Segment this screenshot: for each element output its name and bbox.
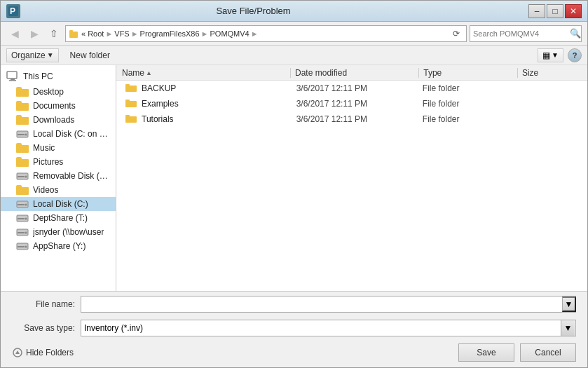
col-header-name[interactable]: Name ▲: [119, 68, 289, 78]
content-area: This PC Desktop Documents Downloads: [1, 65, 587, 291]
sidebar-item-deptshare[interactable]: DeptShare (T:): [1, 211, 116, 225]
svg-rect-26: [125, 84, 130, 87]
back-button[interactable]: ◀: [6, 26, 23, 41]
svg-rect-23: [18, 246, 25, 247]
drive-ssl-icon: [16, 129, 29, 139]
organize-chevron-icon: ▼: [47, 51, 54, 59]
addr-part-pomqmv4: POMQMV4: [210, 29, 249, 38]
svg-rect-11: [18, 176, 25, 177]
svg-point-12: [25, 176, 27, 178]
dialog-title: Save File/Problem: [20, 6, 486, 16]
table-row[interactable]: Tutorials 3/6/2017 12:11 PM File folder: [116, 111, 587, 127]
sidebar-item-appshare[interactable]: AppShare (Y:): [1, 239, 116, 253]
forward-button[interactable]: ▶: [26, 26, 43, 41]
search-input[interactable]: [473, 29, 570, 38]
sidebar-item-local-disk-c[interactable]: Local Disk (C:): [1, 197, 116, 211]
svg-rect-20: [18, 232, 25, 233]
sidebar-item-removable-disk[interactable]: Removable Disk (E: d: [1, 169, 116, 183]
title-bar-left: P: [6, 4, 20, 18]
file-name-examples: Examples: [122, 98, 294, 110]
hide-folders-icon: [12, 347, 23, 358]
save-button[interactable]: Save: [458, 343, 514, 362]
sidebar-item-local-disk-ssl[interactable]: Local Disk (C: on SSL: [1, 127, 116, 141]
sidebar-item-jsnyder-label: jsnyder (\\bow\user: [33, 227, 104, 237]
file-type-examples: File folder: [420, 99, 516, 109]
title-bar: P Save File/Problem – □ ✕: [1, 1, 587, 22]
sidebar-item-documents[interactable]: Documents: [1, 99, 116, 113]
hide-folders-label: Hide Folders: [26, 348, 74, 357]
svg-rect-30: [125, 115, 130, 118]
col-header-date[interactable]: Date modified: [292, 68, 417, 78]
file-date-examples: 3/6/2017 12:11 PM: [294, 99, 420, 109]
svg-point-9: [25, 134, 27, 136]
svg-point-24: [25, 246, 27, 248]
save-as-type-select[interactable]: Inventory (*.inv): [81, 320, 576, 336]
table-row[interactable]: Examples 3/6/2017 12:11 PM File folder: [116, 96, 587, 111]
save-as-type-select-wrapper: Inventory (*.inv) ▼: [81, 320, 576, 336]
file-name-row: File name: ▼: [1, 292, 587, 315]
addr-part-programfiles: ProgramFilesX86: [140, 29, 200, 38]
sidebar-item-this-pc-label: This PC: [23, 71, 53, 81]
address-parts: « Root ► VFS ► ProgramFilesX86 ► POMQMV4…: [81, 29, 446, 38]
new-folder-button[interactable]: New folder: [64, 49, 116, 62]
sidebar-item-documents-label: Documents: [33, 101, 76, 111]
title-bar-buttons: – □ ✕: [528, 4, 582, 18]
folder-desktop-icon: [16, 87, 29, 97]
action-bar: Organize ▼ New folder ▦ ▼ ?: [1, 46, 587, 65]
svg-rect-17: [18, 218, 25, 219]
col-header-size[interactable]: Size: [519, 68, 584, 78]
sidebar-item-music-label: Music: [33, 143, 55, 153]
minimize-button[interactable]: –: [528, 4, 545, 18]
folder-downloads-icon: [16, 115, 29, 125]
file-type-tutorials: File folder: [420, 114, 516, 124]
svg-rect-5: [11, 79, 15, 80]
view-button[interactable]: ▦ ▼: [538, 48, 563, 62]
sidebar-item-pictures[interactable]: Pictures: [1, 155, 116, 169]
svg-point-21: [25, 232, 27, 234]
up-button[interactable]: ⇧: [46, 26, 62, 41]
bottom-area: File name: ▼ Save as type: Inventory (*.…: [1, 291, 587, 367]
sort-arrow-icon: ▲: [146, 69, 152, 76]
sidebar-item-pictures-label: Pictures: [33, 157, 63, 167]
search-box: 🔍: [470, 25, 582, 42]
sidebar-item-videos[interactable]: Videos: [1, 183, 116, 197]
folder-videos-icon: [16, 185, 29, 195]
file-name-dropdown-button[interactable]: ▼: [562, 297, 576, 312]
col-divider-2: [418, 68, 419, 78]
sidebar-item-music[interactable]: Music: [1, 141, 116, 155]
file-name-input-wrapper: ▼: [81, 296, 576, 313]
cancel-button[interactable]: Cancel: [520, 343, 576, 362]
file-name-input[interactable]: [81, 296, 576, 313]
organize-button[interactable]: Organize ▼: [6, 48, 59, 62]
svg-rect-3: [69, 30, 73, 33]
table-row[interactable]: BACKUP 3/6/2017 12:11 PM File folder: [116, 81, 587, 96]
close-button[interactable]: ✕: [565, 4, 582, 18]
svg-point-15: [25, 204, 27, 206]
help-button[interactable]: ?: [568, 48, 582, 62]
maximize-button[interactable]: □: [547, 4, 563, 18]
sidebar-item-desktop[interactable]: Desktop: [1, 85, 116, 99]
col-header-type[interactable]: Type: [421, 68, 516, 78]
sidebar-item-this-pc[interactable]: This PC: [1, 68, 116, 85]
drive-t-icon: [16, 213, 29, 223]
file-list-header: Name ▲ Date modified Type Size: [116, 65, 587, 81]
drive-c-icon: [16, 199, 29, 209]
svg-rect-28: [125, 100, 130, 102]
drive-jsnyder-icon: [16, 227, 29, 237]
button-row: Hide Folders Save Cancel: [1, 339, 587, 367]
sidebar-item-jsnyder[interactable]: jsnyder (\\bow\user: [1, 225, 116, 239]
hide-folders-button[interactable]: Hide Folders: [12, 347, 74, 358]
svg-rect-8: [18, 134, 25, 135]
computer-icon: [6, 70, 19, 83]
navigation-toolbar: ◀ ▶ ⇧ « Root ► VFS ► ProgramFilesX86 ► P…: [1, 22, 587, 46]
search-icon[interactable]: 🔍: [570, 28, 581, 39]
save-as-type-label: Save as type:: [12, 323, 75, 333]
view-chevron-icon: ▼: [552, 51, 559, 59]
svg-marker-32: [15, 350, 20, 354]
refresh-button[interactable]: ⟳: [449, 27, 463, 41]
sidebar-item-local-disk-c-label: Local Disk (C:): [33, 199, 88, 209]
sidebar-item-downloads[interactable]: Downloads: [1, 113, 116, 127]
file-date-tutorials: 3/6/2017 12:11 PM: [294, 114, 420, 124]
organize-label: Organize: [11, 50, 46, 60]
drive-removable-icon: [16, 171, 29, 181]
